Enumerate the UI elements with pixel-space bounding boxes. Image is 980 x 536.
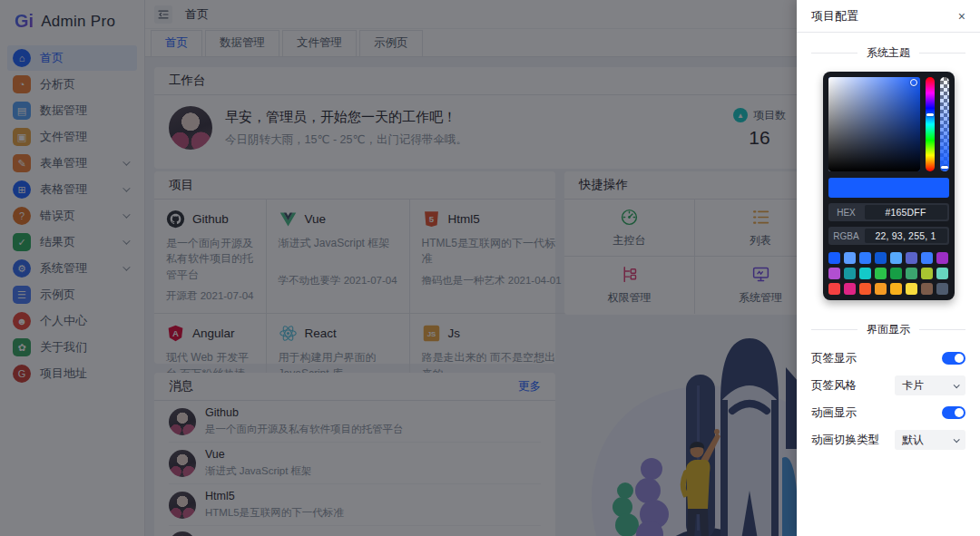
hex-field: HEX #165DFF xyxy=(828,203,949,221)
rgba-label: RGBA xyxy=(828,231,865,241)
tabs-visible-toggle[interactable] xyxy=(942,352,965,365)
swatch-grid xyxy=(828,252,949,295)
swatch-color[interactable] xyxy=(890,283,902,295)
color-picker: HEX #165DFF RGBA 22, 93, 255, 1 xyxy=(823,72,955,300)
theme-section-divider: 系统主题 xyxy=(811,45,965,61)
setting-label: 动画切换类型 xyxy=(811,433,879,448)
saturation-area[interactable] xyxy=(828,77,920,171)
setting-row-tabs-visible: 页签显示 xyxy=(811,348,965,368)
swatch-color[interactable] xyxy=(936,283,948,295)
chevron-down-icon xyxy=(954,382,960,388)
select-value: 卡片 xyxy=(902,378,954,394)
hex-label: HEX xyxy=(828,208,865,218)
drawer-title: 项目配置 xyxy=(811,8,858,24)
alpha-slider-handle[interactable] xyxy=(941,166,948,169)
swatch-color[interactable] xyxy=(906,283,917,295)
swatch-color[interactable] xyxy=(828,252,840,264)
app-window: Gi Admin Pro ⌂ 首页 ◔ 分析页 ▤ 数据管理 ▣ 文件管理 ✎ … xyxy=(0,0,980,536)
tab-style-select[interactable]: 卡片 xyxy=(895,375,965,395)
settings-drawer: 项目配置 × 系统主题 xyxy=(797,0,980,536)
setting-label: 页签显示 xyxy=(811,351,857,366)
swatch-color[interactable] xyxy=(828,268,840,279)
swatch-color[interactable] xyxy=(906,252,917,264)
ui-section-title: 界面显示 xyxy=(867,322,910,337)
swatch-color[interactable] xyxy=(921,268,933,279)
setting-label: 页签风格 xyxy=(811,378,857,394)
swatch-color[interactable] xyxy=(875,283,887,295)
swatch-color[interactable] xyxy=(859,252,871,264)
ui-section-divider: 界面显示 xyxy=(811,322,965,337)
swatch-color[interactable] xyxy=(921,283,933,295)
rgba-input[interactable]: 22, 93, 255, 1 xyxy=(865,229,947,243)
setting-row-animation-type: 动画切换类型 默认 xyxy=(811,430,965,450)
swatch-color[interactable] xyxy=(890,252,902,264)
swatch-color[interactable] xyxy=(921,252,933,264)
setting-label: 动画显示 xyxy=(811,405,857,421)
setting-row-animation-visible: 动画显示 xyxy=(811,403,965,423)
swatch-color[interactable] xyxy=(936,252,948,264)
animation-type-select[interactable]: 默认 xyxy=(895,430,965,450)
swatch-color[interactable] xyxy=(828,283,840,295)
color-preview xyxy=(828,178,949,198)
swatch-color[interactable] xyxy=(906,268,917,279)
close-icon[interactable]: × xyxy=(958,10,965,23)
swatch-color[interactable] xyxy=(859,268,871,279)
swatch-color[interactable] xyxy=(844,252,856,264)
select-value: 默认 xyxy=(902,433,954,448)
setting-row-tab-style: 页签风格 卡片 xyxy=(811,375,965,395)
swatch-color[interactable] xyxy=(844,268,856,279)
swatch-color[interactable] xyxy=(890,268,902,279)
swatch-color[interactable] xyxy=(844,283,856,295)
swatch-color[interactable] xyxy=(875,252,887,264)
theme-section-title: 系统主题 xyxy=(867,45,910,61)
chevron-down-icon xyxy=(954,436,960,443)
hue-slider-handle[interactable] xyxy=(926,113,934,116)
animation-toggle[interactable] xyxy=(942,406,965,419)
alpha-slider[interactable] xyxy=(940,77,949,171)
swatch-color[interactable] xyxy=(936,268,948,279)
hex-input[interactable]: #165DFF xyxy=(865,205,947,219)
swatch-color[interactable] xyxy=(859,283,871,295)
saturation-cursor[interactable] xyxy=(910,79,917,86)
hue-slider[interactable] xyxy=(926,77,935,171)
drawer-header: 项目配置 × xyxy=(797,0,980,33)
swatch-color[interactable] xyxy=(875,268,887,279)
rgba-field: RGBA 22, 93, 255, 1 xyxy=(828,227,949,245)
